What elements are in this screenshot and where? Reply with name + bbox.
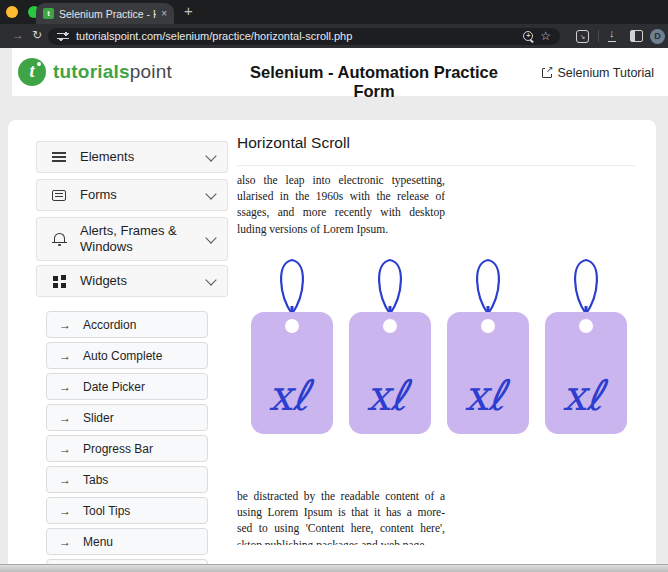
selenium-tutorial-link[interactable]: Selenium Tutorial bbox=[542, 66, 654, 80]
paragraph-line: be distracted by the readable content of… bbox=[237, 488, 445, 504]
minimize-button[interactable] bbox=[6, 6, 18, 18]
arrow-right-icon: → bbox=[59, 318, 71, 332]
sidebar-item[interactable]: → Auto Complete bbox=[46, 342, 208, 369]
logo-word-green: tutorials bbox=[53, 61, 130, 82]
tag-xl-label: xℓ bbox=[366, 371, 413, 420]
sidebar-item[interactable]: → Slider bbox=[46, 404, 208, 431]
sidebar-item[interactable]: → Tool Tips bbox=[46, 497, 208, 524]
tag-string-loop bbox=[575, 260, 597, 314]
arrow-right-icon: → bbox=[59, 442, 71, 456]
browser-tab[interactable]: t Selenium Practice - Horizont × bbox=[36, 3, 174, 24]
arrow-right-icon: → bbox=[59, 349, 71, 363]
arrow-right-icon: → bbox=[59, 535, 71, 549]
section-icon bbox=[51, 152, 67, 162]
paragraph-line: ssages, and more recently with desktop bbox=[237, 204, 445, 220]
downloads-icon[interactable]: ↓ bbox=[608, 27, 616, 42]
sidebar-item[interactable]: → Progress Bar bbox=[46, 435, 208, 462]
sidebar-section[interactable]: Forms bbox=[36, 179, 228, 211]
section-label: Elements bbox=[80, 149, 194, 165]
section-icon-glyph bbox=[52, 190, 66, 201]
tag-hole bbox=[285, 319, 299, 333]
sidebar-item-label: Slider bbox=[83, 411, 114, 425]
site-header: t tutorialspoint Selenium - Automation P… bbox=[12, 48, 668, 96]
sidebar-item-label: Accordion bbox=[83, 318, 136, 332]
sidebar-item-label: Date Picker bbox=[83, 380, 145, 394]
arrow-right-icon: → bbox=[59, 504, 71, 518]
sidebar-item[interactable]: → Menu bbox=[46, 528, 208, 555]
logo-icon: t bbox=[18, 58, 46, 86]
section-label: Widgets bbox=[80, 273, 194, 289]
paragraph-line: ularised in the 1960s with the release o… bbox=[237, 188, 445, 204]
sidebar-item-label: Tabs bbox=[83, 473, 108, 487]
scrolled-paragraph-top[interactable]: also the leap into electronic typesettin… bbox=[237, 172, 445, 238]
url-text[interactable]: tutorialspoint.com/selenium/practice/hor… bbox=[76, 30, 516, 42]
chevron-down-icon bbox=[205, 150, 216, 161]
section-label: Forms bbox=[80, 187, 194, 203]
logo-word-dark: point bbox=[130, 61, 172, 82]
xl-tags-row: xℓ xℓ xℓ bbox=[248, 250, 630, 436]
arrow-right-icon: → bbox=[59, 411, 71, 425]
extensions-icon[interactable]: ↘ bbox=[576, 30, 589, 43]
section-icon bbox=[51, 233, 67, 246]
bookmark-star-icon[interactable]: ☆ bbox=[540, 30, 551, 42]
xl-tag-image: xℓ bbox=[542, 250, 630, 436]
sidebar-section[interactable]: Elements bbox=[36, 141, 228, 173]
tab-title: Selenium Practice - Horizont bbox=[59, 8, 156, 20]
arrow-right-icon: → bbox=[59, 473, 71, 487]
paragraph-line: also the leap into electronic typesettin… bbox=[237, 172, 445, 188]
browser-window: t Selenium Practice - Horizont × + → ↻ t… bbox=[0, 0, 668, 572]
tag-string-loop bbox=[477, 260, 499, 314]
browser-toolbar: → ↻ tutorialspoint.com/selenium/practice… bbox=[0, 24, 668, 48]
side-panel-icon[interactable] bbox=[630, 30, 643, 42]
tutorialspoint-logo[interactable]: t tutorialspoint bbox=[18, 58, 172, 86]
toolbar-divider bbox=[598, 30, 599, 42]
main-panel: Elements Forms Alerts, Frames & Windows bbox=[8, 120, 656, 565]
tab-favicon-icon: t bbox=[43, 8, 54, 19]
content-heading: Horizontal Scroll bbox=[237, 134, 350, 152]
section-label: Alerts, Frames & Windows bbox=[80, 223, 194, 256]
sidebar-item[interactable]: → Accordion bbox=[46, 311, 208, 338]
tag-xl-label: xℓ bbox=[562, 371, 609, 420]
external-link-icon bbox=[542, 68, 552, 78]
site-settings-icon[interactable] bbox=[57, 31, 69, 42]
forward-icon[interactable]: → bbox=[12, 28, 24, 42]
chevron-down-icon bbox=[205, 188, 216, 199]
tag-string-loop bbox=[281, 260, 303, 314]
scrolled-paragraph-bottom[interactable]: be distracted by the readable content of… bbox=[237, 488, 445, 545]
section-icon-glyph bbox=[53, 275, 66, 288]
logo-wordmark: tutorialspoint bbox=[53, 61, 172, 83]
xl-tag-image: xℓ bbox=[444, 250, 532, 436]
sidebar-item-label: Menu bbox=[83, 535, 113, 549]
paragraph-line: sktop publishing packages and web page bbox=[237, 537, 445, 545]
chevron-down-icon bbox=[205, 232, 216, 243]
tutorial-link-label: Selenium Tutorial bbox=[557, 66, 654, 80]
tab-strip: t Selenium Practice - Horizont × + bbox=[0, 0, 668, 24]
zoom-icon[interactable]: + bbox=[523, 31, 533, 41]
section-icon bbox=[51, 190, 67, 201]
section-icon-glyph bbox=[54, 233, 65, 242]
address-bar[interactable]: tutorialspoint.com/selenium/practice/hor… bbox=[48, 28, 560, 45]
window-bottom-edge bbox=[0, 564, 668, 572]
tag-string-loop bbox=[379, 260, 401, 314]
paragraph-line: sed to using 'Content here, content here… bbox=[237, 520, 445, 536]
reload-icon[interactable]: ↻ bbox=[32, 28, 42, 42]
sidebar-section[interactable]: Widgets bbox=[36, 265, 228, 297]
tag-hole bbox=[579, 319, 593, 333]
sidebar-item-label: Progress Bar bbox=[83, 442, 153, 456]
sidebar-item[interactable]: → Date Picker bbox=[46, 373, 208, 400]
tag-hole bbox=[383, 319, 397, 333]
chevron-down-icon bbox=[205, 274, 216, 285]
tag-xl-label: xℓ bbox=[464, 371, 511, 420]
tab-close-icon[interactable]: × bbox=[161, 8, 167, 19]
heading-divider bbox=[237, 165, 635, 166]
page-title: Selenium - Automation Practice Form bbox=[234, 63, 514, 101]
profile-avatar[interactable]: D bbox=[650, 29, 665, 44]
paragraph-line: luding versions of Lorem Ipsum. bbox=[237, 221, 445, 237]
arrow-right-icon: → bbox=[59, 380, 71, 394]
xl-tag-image: xℓ bbox=[248, 250, 336, 436]
sidebar-section[interactable]: Alerts, Frames & Windows bbox=[36, 217, 228, 261]
tag-xl-label: xℓ bbox=[268, 371, 315, 420]
tag-hole bbox=[481, 319, 495, 333]
sidebar-item[interactable]: → Tabs bbox=[46, 466, 208, 493]
new-tab-button[interactable]: + bbox=[184, 2, 193, 19]
